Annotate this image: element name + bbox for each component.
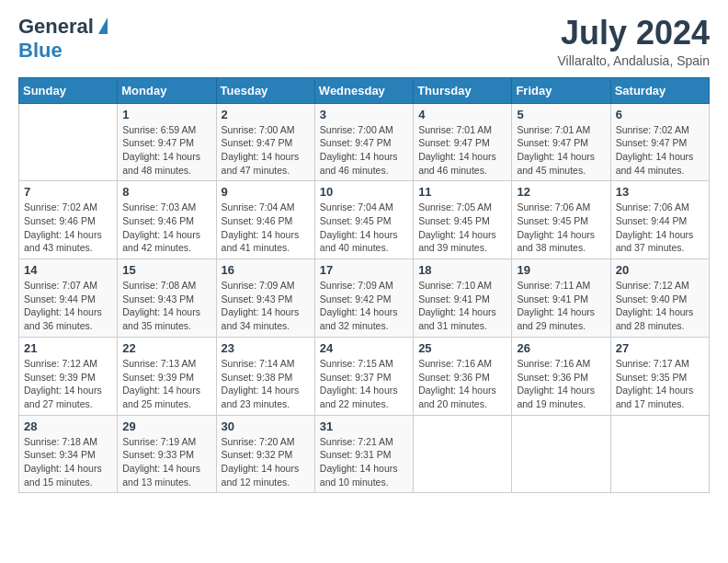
day-cell: 17Sunrise: 7:09 AMSunset: 9:42 PMDayligh…: [314, 259, 413, 338]
day-number: 20: [616, 263, 704, 277]
logo-triangle-icon: [98, 17, 108, 34]
day-number: 16: [222, 263, 310, 277]
day-number: 29: [122, 419, 210, 433]
day-detail: Sunrise: 7:06 AMSunset: 9:44 PMDaylight:…: [616, 201, 704, 255]
header-cell-friday: Friday: [512, 77, 610, 103]
week-row-4: 21Sunrise: 7:12 AMSunset: 9:39 PMDayligh…: [19, 337, 710, 415]
day-cell: 23Sunrise: 7:14 AMSunset: 9:38 PMDayligh…: [216, 337, 314, 415]
day-number: 23: [222, 341, 310, 355]
day-detail: Sunrise: 7:18 AMSunset: 9:34 PMDaylight:…: [24, 435, 112, 489]
calendar-table: SundayMondayTuesdayWednesdayThursdayFrid…: [18, 77, 710, 494]
day-cell: 25Sunrise: 7:16 AMSunset: 9:36 PMDayligh…: [414, 337, 512, 415]
day-number: 8: [122, 185, 210, 199]
day-cell: 24Sunrise: 7:15 AMSunset: 9:37 PMDayligh…: [314, 337, 413, 415]
day-cell: 29Sunrise: 7:19 AMSunset: 9:33 PMDayligh…: [118, 415, 216, 493]
day-number: 31: [320, 419, 408, 433]
week-row-3: 14Sunrise: 7:07 AMSunset: 9:44 PMDayligh…: [19, 259, 710, 338]
header: General Blue July 2024 Villaralto, Andal…: [18, 15, 710, 68]
day-cell: 8Sunrise: 7:03 AMSunset: 9:46 PMDaylight…: [118, 181, 216, 259]
day-detail: Sunrise: 7:04 AMSunset: 9:45 PMDaylight:…: [320, 201, 408, 255]
day-detail: Sunrise: 7:03 AMSunset: 9:46 PMDaylight:…: [122, 201, 210, 255]
day-cell: 6Sunrise: 7:02 AMSunset: 9:47 PMDaylight…: [610, 103, 709, 181]
calendar-body: 1Sunrise: 6:59 AMSunset: 9:47 PMDaylight…: [19, 103, 710, 493]
day-number: 26: [517, 341, 605, 355]
day-detail: Sunrise: 7:16 AMSunset: 9:36 PMDaylight:…: [418, 357, 506, 411]
title-area: July 2024 Villaralto, Andalusia, Spain: [557, 15, 710, 68]
day-cell: 9Sunrise: 7:04 AMSunset: 9:46 PMDaylight…: [216, 181, 314, 259]
header-cell-tuesday: Tuesday: [216, 77, 314, 103]
location-subtitle: Villaralto, Andalusia, Spain: [557, 53, 710, 68]
day-detail: Sunrise: 7:02 AMSunset: 9:47 PMDaylight:…: [616, 123, 704, 178]
day-cell: 31Sunrise: 7:21 AMSunset: 9:31 PMDayligh…: [314, 415, 413, 493]
day-number: 27: [616, 341, 704, 355]
day-number: 6: [616, 108, 704, 121]
day-cell: 19Sunrise: 7:11 AMSunset: 9:41 PMDayligh…: [512, 259, 610, 338]
day-detail: Sunrise: 7:06 AMSunset: 9:45 PMDaylight:…: [517, 201, 605, 255]
day-number: 5: [517, 108, 605, 121]
day-detail: Sunrise: 7:20 AMSunset: 9:32 PMDaylight:…: [222, 435, 310, 489]
week-row-1: 1Sunrise: 6:59 AMSunset: 9:47 PMDaylight…: [19, 103, 710, 181]
day-number: 22: [122, 341, 210, 355]
day-number: 3: [320, 108, 408, 121]
day-detail: Sunrise: 7:13 AMSunset: 9:39 PMDaylight:…: [122, 357, 210, 411]
day-number: 17: [320, 263, 408, 277]
day-number: 18: [418, 263, 506, 277]
day-number: 2: [222, 108, 310, 121]
day-detail: Sunrise: 7:11 AMSunset: 9:41 PMDaylight:…: [517, 279, 605, 333]
day-number: 24: [320, 341, 408, 355]
day-detail: Sunrise: 7:12 AMSunset: 9:40 PMDaylight:…: [616, 279, 704, 333]
day-detail: Sunrise: 7:00 AMSunset: 9:47 PMDaylight:…: [222, 123, 310, 178]
header-cell-sunday: Sunday: [19, 77, 118, 103]
day-cell: 30Sunrise: 7:20 AMSunset: 9:32 PMDayligh…: [216, 415, 314, 493]
day-number: 14: [24, 263, 112, 277]
day-detail: Sunrise: 7:07 AMSunset: 9:44 PMDaylight:…: [24, 279, 112, 333]
day-detail: Sunrise: 7:17 AMSunset: 9:35 PMDaylight:…: [616, 357, 704, 411]
day-cell: [414, 415, 512, 493]
day-cell: 7Sunrise: 7:02 AMSunset: 9:46 PMDaylight…: [19, 181, 118, 259]
day-detail: Sunrise: 7:01 AMSunset: 9:47 PMDaylight:…: [517, 123, 605, 178]
day-number: 28: [24, 419, 112, 433]
day-cell: 26Sunrise: 7:16 AMSunset: 9:36 PMDayligh…: [512, 337, 610, 415]
day-cell: 22Sunrise: 7:13 AMSunset: 9:39 PMDayligh…: [118, 337, 216, 415]
day-detail: Sunrise: 7:04 AMSunset: 9:46 PMDaylight:…: [222, 201, 310, 255]
day-number: 10: [320, 185, 408, 199]
day-detail: Sunrise: 7:15 AMSunset: 9:37 PMDaylight:…: [320, 357, 408, 411]
day-cell: 14Sunrise: 7:07 AMSunset: 9:44 PMDayligh…: [19, 259, 118, 338]
header-cell-monday: Monday: [118, 77, 216, 103]
day-detail: Sunrise: 7:09 AMSunset: 9:42 PMDaylight:…: [320, 279, 408, 333]
day-number: 7: [24, 185, 112, 199]
day-cell: 20Sunrise: 7:12 AMSunset: 9:40 PMDayligh…: [610, 259, 709, 338]
day-cell: [19, 103, 118, 181]
day-number: 12: [517, 185, 605, 199]
day-number: 1: [122, 108, 210, 121]
month-year-title: July 2024: [557, 15, 710, 52]
day-number: 4: [418, 108, 506, 121]
day-cell: 3Sunrise: 7:00 AMSunset: 9:47 PMDaylight…: [314, 103, 413, 181]
logo: General Blue: [18, 15, 108, 63]
day-cell: [512, 415, 610, 493]
day-cell: 5Sunrise: 7:01 AMSunset: 9:47 PMDaylight…: [512, 103, 610, 181]
day-detail: Sunrise: 6:59 AMSunset: 9:47 PMDaylight:…: [122, 123, 210, 178]
header-cell-wednesday: Wednesday: [314, 77, 413, 103]
day-detail: Sunrise: 7:01 AMSunset: 9:47 PMDaylight:…: [418, 123, 506, 178]
day-cell: 18Sunrise: 7:10 AMSunset: 9:41 PMDayligh…: [414, 259, 512, 338]
header-cell-thursday: Thursday: [414, 77, 512, 103]
day-cell: 10Sunrise: 7:04 AMSunset: 9:45 PMDayligh…: [314, 181, 413, 259]
day-cell: 2Sunrise: 7:00 AMSunset: 9:47 PMDaylight…: [216, 103, 314, 181]
header-cell-saturday: Saturday: [610, 77, 709, 103]
day-cell: [610, 415, 709, 493]
day-cell: 21Sunrise: 7:12 AMSunset: 9:39 PMDayligh…: [19, 337, 118, 415]
day-number: 9: [222, 185, 310, 199]
day-detail: Sunrise: 7:08 AMSunset: 9:43 PMDaylight:…: [122, 279, 210, 333]
day-number: 21: [24, 341, 112, 355]
day-detail: Sunrise: 7:12 AMSunset: 9:39 PMDaylight:…: [24, 357, 112, 411]
day-detail: Sunrise: 7:00 AMSunset: 9:47 PMDaylight:…: [320, 123, 408, 178]
day-number: 15: [122, 263, 210, 277]
day-detail: Sunrise: 7:05 AMSunset: 9:45 PMDaylight:…: [418, 201, 506, 255]
day-number: 11: [418, 185, 506, 199]
week-row-5: 28Sunrise: 7:18 AMSunset: 9:34 PMDayligh…: [19, 415, 710, 493]
day-number: 13: [616, 185, 704, 199]
day-cell: 15Sunrise: 7:08 AMSunset: 9:43 PMDayligh…: [118, 259, 216, 338]
day-cell: 13Sunrise: 7:06 AMSunset: 9:44 PMDayligh…: [610, 181, 709, 259]
day-detail: Sunrise: 7:16 AMSunset: 9:36 PMDaylight:…: [517, 357, 605, 411]
